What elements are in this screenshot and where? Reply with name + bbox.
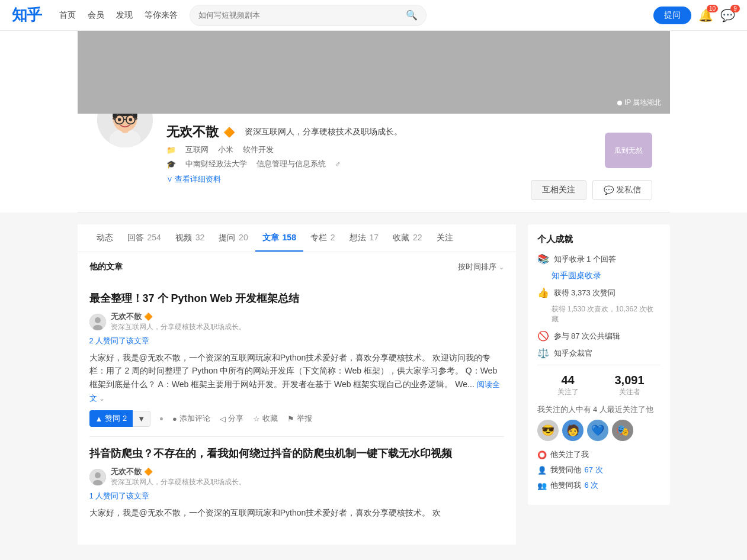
article-author-info: 无欢不散 🔶 资深互联网人，分享硬核技术及职场成长。 bbox=[111, 466, 246, 487]
achievement-title: 个人成就 bbox=[537, 234, 661, 245]
svg-point-18 bbox=[95, 472, 101, 478]
followers-stat[interactable]: 3,091 关注者 bbox=[599, 374, 661, 397]
ask-button[interactable]: 提问 bbox=[653, 7, 691, 24]
ip-dot-icon bbox=[617, 101, 622, 105]
notification-badge: 10 bbox=[707, 5, 718, 12]
tab-following[interactable]: 关注 bbox=[429, 224, 460, 252]
nav-member[interactable]: 会员 bbox=[88, 10, 104, 21]
nav-home[interactable]: 首页 bbox=[59, 10, 76, 21]
article-author-info: 无欢不散 🔶 资深互联网人，分享硬核技术及职场成长。 bbox=[111, 311, 246, 332]
profile-side-image: 瓜到无然 bbox=[605, 133, 652, 168]
profile-tabs: 动态 回答 254 视频 32 提问 20 文章 158 bbox=[78, 224, 516, 252]
collect-button[interactable]: ☆ 收藏 bbox=[253, 413, 278, 424]
tab-ideas[interactable]: 想法 17 bbox=[342, 224, 386, 252]
follow-button[interactable]: 互相关注 bbox=[531, 180, 586, 200]
search-icon[interactable]: 🔍 bbox=[406, 9, 418, 21]
view-profile-link[interactable]: ∨ 查看详细资料 bbox=[166, 174, 519, 185]
profile-badge-icon: 🔶 bbox=[223, 127, 235, 138]
tab-favorites[interactable]: 收藏 22 bbox=[386, 224, 429, 252]
svg-point-12 bbox=[117, 118, 121, 121]
mutual-follow-text: 我关注的人中有 4 人最近关注了他 bbox=[537, 404, 661, 415]
edit-icon: 🚫 bbox=[537, 330, 549, 342]
svg-point-15 bbox=[95, 317, 101, 323]
thumbup-icon: 👍 bbox=[537, 287, 549, 298]
profile-banner: IP 属地湖北 bbox=[78, 31, 670, 114]
profile-info: 无欢不散 🔶 资深互联网人，分享硬核技术及职场成长。 📁 互联网 小米 软件开发… bbox=[78, 114, 670, 213]
achievement-item: 📚 知乎收录 1 个回答 bbox=[537, 253, 661, 265]
article-excerpt: 大家好，我是@无欢不散，一个资深的互联网玩家和Python技术爱好者，喜欢分享硬… bbox=[89, 351, 504, 404]
expand-icon[interactable]: ⌄ bbox=[99, 394, 105, 403]
header: 知乎 首页 会员 发现 等你来答 🔍 提问 🔔 10 💬 9 bbox=[0, 0, 747, 31]
vote-group: ▲ 赞同 2 ▼ bbox=[89, 410, 151, 427]
article-author-avatar bbox=[89, 469, 106, 485]
sort-button[interactable]: 按时间排序 ⌄ bbox=[458, 262, 504, 272]
logo[interactable]: 知乎 bbox=[12, 5, 41, 25]
person-icon: 👤 bbox=[537, 466, 547, 475]
profile-name-row: 无欢不散 🔶 资深互联网人，分享硬核技术及职场成长。 bbox=[166, 123, 519, 141]
tab-activity[interactable]: 动态 bbox=[89, 224, 120, 252]
education-icon: 🎓 bbox=[166, 160, 176, 169]
i-liked-link[interactable]: 👤 我赞同他 67 次 bbox=[537, 465, 661, 475]
follow-me-link[interactable]: ⭕ 他关注了我 bbox=[537, 449, 661, 460]
profile-details: 无欢不散 🔶 资深互联网人，分享硬核技术及职场成长。 📁 互联网 小米 软件开发… bbox=[155, 114, 531, 185]
nav-discover[interactable]: 发现 bbox=[116, 10, 133, 21]
mutual-avatars: 😎 🧑 💙 🎭 bbox=[537, 420, 661, 441]
main-content: 动态 回答 254 视频 32 提问 20 文章 158 bbox=[78, 213, 670, 556]
liked-me-link[interactable]: 👥 他赞同我 6 次 bbox=[537, 480, 661, 491]
mutual-avatar[interactable]: 💙 bbox=[587, 420, 608, 441]
vote-down-button[interactable]: ▼ bbox=[133, 411, 150, 427]
flag-icon: ⚑ bbox=[287, 414, 294, 423]
article-title[interactable]: 最全整理！37 个 Python Web 开发框架总结 bbox=[89, 291, 504, 305]
tag-icon: 📁 bbox=[166, 146, 176, 155]
tab-articles[interactable]: 文章 158 bbox=[255, 224, 303, 252]
tab-answers[interactable]: 回答 254 bbox=[120, 224, 168, 252]
tag-software: 软件开发 bbox=[243, 144, 274, 155]
major: 信息管理与信息系统 bbox=[257, 159, 326, 169]
achievement-sub: 获得 1,530 次喜欢，10,362 次收藏 bbox=[552, 304, 661, 324]
article-card: 最全整理！37 个 Python Web 开发框架总结 无欢不散 bbox=[89, 282, 504, 437]
message-button[interactable]: 💬 9 bbox=[720, 8, 735, 22]
articles-header: 他的文章 按时间排序 ⌄ bbox=[89, 262, 504, 272]
profile-education: 🎓 中南财经政法大学 信息管理与信息系统 ♂ bbox=[166, 159, 519, 169]
message-icon: 💬 bbox=[604, 185, 614, 195]
article-agree-count[interactable]: 1 人赞同了该文章 bbox=[89, 491, 504, 501]
mutual-avatar[interactable]: 😎 bbox=[537, 420, 559, 441]
articles-section-title: 他的文章 bbox=[89, 262, 123, 272]
tab-questions[interactable]: 提问 20 bbox=[211, 224, 255, 252]
share-button[interactable]: ◁ 分享 bbox=[220, 413, 243, 424]
article-author-avatar bbox=[89, 314, 106, 330]
article-title[interactable]: 抖音防爬虫？不存在的，看我如何绕过抖音的防爬虫机制一键下载无水印视频 bbox=[89, 446, 504, 461]
chevron-down-icon: ⌄ bbox=[499, 263, 504, 271]
article-agree-count[interactable]: 2 人赞同了该文章 bbox=[89, 336, 504, 346]
dot-separator bbox=[160, 417, 163, 420]
thumbs-up-icon: ▲ bbox=[95, 414, 103, 423]
zhihu-roundtable-link[interactable]: 知乎圆桌收录 bbox=[552, 271, 601, 280]
vote-up-button[interactable]: ▲ 赞同 2 bbox=[89, 410, 133, 427]
article-card: 抖音防爬虫？不存在的，看我如何绕过抖音的防爬虫机制一键下载无水印视频 无欢不 bbox=[89, 437, 504, 535]
notification-button[interactable]: 🔔 10 bbox=[698, 8, 713, 22]
following-stat[interactable]: 44 关注了 bbox=[537, 374, 599, 397]
nav-waitanswer[interactable]: 等你来答 bbox=[145, 10, 178, 21]
tab-columns[interactable]: 专栏 2 bbox=[303, 224, 342, 252]
achievement-item-edit: 🚫 参与 87 次公共编辑 bbox=[537, 330, 661, 342]
circle-icon: ⭕ bbox=[537, 450, 547, 459]
profile-banner-wrapper: IP 属地湖北 bbox=[0, 31, 747, 213]
tag-internet: 互联网 bbox=[185, 144, 209, 155]
mutual-avatar[interactable]: 🧑 bbox=[562, 420, 584, 441]
search-input[interactable] bbox=[198, 11, 406, 20]
share-icon: ◁ bbox=[220, 414, 226, 423]
header-actions: 提问 🔔 10 💬 9 bbox=[653, 7, 735, 24]
mutual-avatar[interactable]: 🎭 bbox=[612, 420, 633, 441]
profile-name: 无欢不散 bbox=[166, 123, 219, 141]
gender-icon: ♂ bbox=[335, 160, 341, 169]
message-badge: 9 bbox=[730, 5, 740, 12]
article-author-row: 无欢不散 🔶 资深互联网人，分享硬核技术及职场成长。 bbox=[89, 466, 504, 487]
achievement-item-jury: ⚖️ 知乎众裁官 bbox=[537, 347, 661, 359]
articles-area: 他的文章 按时间排序 ⌄ 最全整理！37 个 Python Web 开发框架总结 bbox=[78, 252, 516, 545]
profile-right: 瓜到无然 互相关注 💬 发私信 bbox=[531, 114, 652, 200]
comment-button[interactable]: ● 添加评论 bbox=[172, 413, 210, 424]
tab-videos[interactable]: 视频 32 bbox=[168, 224, 211, 252]
report-button[interactable]: ⚑ 举报 bbox=[287, 413, 312, 424]
message-button[interactable]: 💬 发私信 bbox=[592, 180, 652, 200]
sidebar: 个人成就 📚 知乎收录 1 个回答 知乎圆桌收录 👍 获得 3,373 次赞同 … bbox=[528, 224, 670, 545]
